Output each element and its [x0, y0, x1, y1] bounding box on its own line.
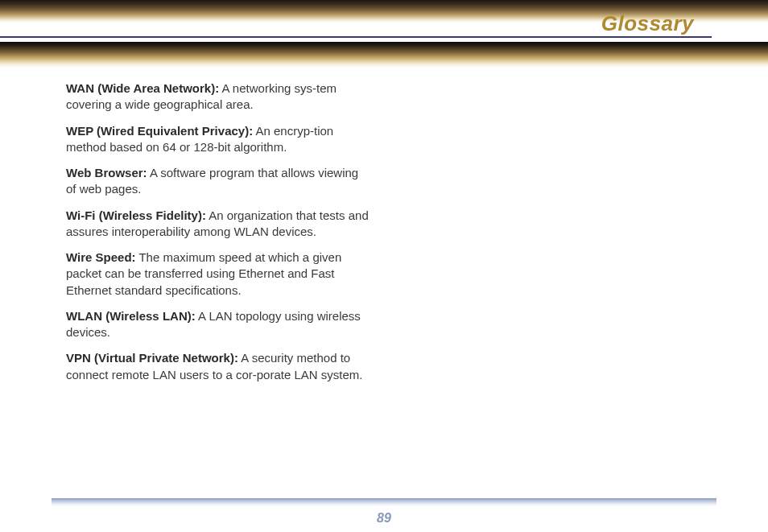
glossary-content: WAN (Wide Area Network): A networking sy…: [66, 80, 370, 393]
glossary-entry: WEP (Wired Equivalent Privacy): An encry…: [66, 123, 370, 156]
glossary-term: Wi-Fi (Wireless Fidelity):: [66, 208, 206, 222]
chapter-title: Glossary: [601, 11, 694, 36]
glossary-term: VPN (Virtual Private Network):: [66, 351, 238, 365]
glossary-term: Wire Speed:: [66, 250, 136, 264]
glossary-entry: Web Browser: A software program that all…: [66, 165, 370, 198]
decorative-gradient-mid: [0, 42, 768, 68]
glossary-term: WAN (Wide Area Network):: [66, 81, 219, 95]
glossary-term: WLAN (Wireless LAN):: [66, 309, 196, 323]
glossary-entry: WAN (Wide Area Network): A networking sy…: [66, 80, 370, 113]
glossary-term: WEP (Wired Equivalent Privacy):: [66, 124, 253, 138]
glossary-entry: WLAN (Wireless LAN): A LAN topology usin…: [66, 308, 370, 341]
glossary-entry: Wire Speed: The maximum speed at which a…: [66, 250, 370, 299]
glossary-entry: VPN (Virtual Private Network): A securit…: [66, 350, 370, 383]
header-band: Glossary: [0, 0, 768, 56]
footer-decorative-line: [52, 498, 716, 506]
title-underline: [0, 36, 712, 38]
glossary-term: Web Browser:: [66, 166, 147, 179]
glossary-entry: Wi-Fi (Wireless Fidelity): An organizati…: [66, 208, 370, 241]
page-number: 89: [0, 511, 768, 526]
